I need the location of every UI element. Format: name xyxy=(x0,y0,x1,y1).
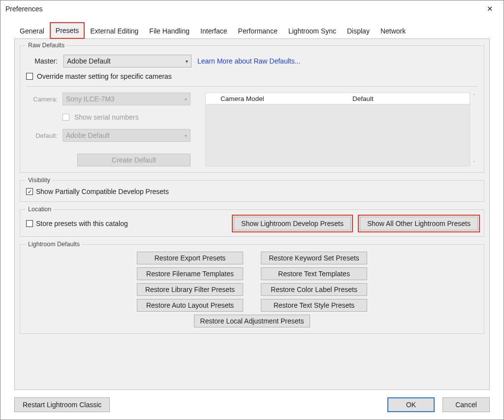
restore-library-filter-presets-button[interactable]: Restore Library Filter Presets xyxy=(137,283,243,296)
location-legend: Location xyxy=(26,206,53,213)
tab-interface[interactable]: Interface xyxy=(195,23,232,39)
show-serial-label: Show serial numbers xyxy=(74,113,139,121)
default-dropdown: Adobe Default ▾ xyxy=(63,129,190,142)
restore-auto-layout-presets-button[interactable]: Restore Auto Layout Presets xyxy=(137,299,243,312)
th-default: Default xyxy=(338,95,470,102)
restore-export-presets-button[interactable]: Restore Export Presets xyxy=(137,252,243,264)
tabs-container: General Presets External Editing File Ha… xyxy=(14,22,490,39)
titlebar: Preferences ✕ xyxy=(0,0,504,17)
table-body xyxy=(205,104,470,166)
close-icon[interactable]: ✕ xyxy=(480,2,500,16)
scroll-down-icon[interactable]: ˅ xyxy=(470,160,478,166)
content-area: General Presets External Editing File Ha… xyxy=(0,17,504,390)
show-other-presets-button[interactable]: Show All Other Lightroom Presets xyxy=(360,217,478,230)
restore-color-label-presets-button[interactable]: Restore Color Label Presets xyxy=(261,283,367,296)
restore-keyword-set-presets-button[interactable]: Restore Keyword Set Presets xyxy=(261,252,367,264)
table-scrollbar[interactable]: ˄ ˅ xyxy=(470,93,478,166)
tab-performance[interactable]: Performance xyxy=(233,23,283,39)
restore-text-templates-button[interactable]: Restore Text Templates xyxy=(261,267,367,280)
visibility-legend: Visibility xyxy=(26,177,52,184)
chevron-down-icon: ▾ xyxy=(185,97,187,102)
override-checkbox[interactable] xyxy=(26,73,33,80)
store-presets-label: Store presets with this catalog xyxy=(36,220,128,227)
chevron-down-icon: ▾ xyxy=(186,59,188,64)
camera-dropdown: Sony ILCE-7M3 ▾ xyxy=(63,93,190,105)
divider xyxy=(26,86,478,87)
visibility-group: Visibility ✓ Show Partially Compatible D… xyxy=(20,177,484,202)
tab-external-editing[interactable]: External Editing xyxy=(85,23,144,39)
lightroom-defaults-group: Lightroom Defaults Restore Export Preset… xyxy=(20,241,484,334)
lightroom-defaults-legend: Lightroom Defaults xyxy=(26,241,82,248)
master-label: Master: xyxy=(26,57,58,65)
ok-button[interactable]: OK xyxy=(387,397,435,412)
tab-file-handling[interactable]: File Handling xyxy=(144,23,195,39)
tab-network[interactable]: Network xyxy=(375,23,411,39)
create-default-button: Create Default xyxy=(77,154,190,166)
override-label: Override master setting for specific cam… xyxy=(37,72,172,80)
learn-more-link[interactable]: Learn More about Raw Defaults... xyxy=(197,57,300,65)
tab-display[interactable]: Display xyxy=(342,23,375,39)
visibility-checkbox[interactable]: ✓ xyxy=(26,188,33,195)
raw-defaults-group: Raw Defaults Master: Adobe Default ▾ Lea… xyxy=(20,42,484,173)
restore-text-style-presets-button[interactable]: Restore Text Style Presets xyxy=(261,299,367,312)
th-camera-model: Camera Model xyxy=(206,95,338,102)
default-value: Adobe Default xyxy=(66,131,110,139)
cancel-button[interactable]: Cancel xyxy=(442,397,490,412)
show-develop-presets-button[interactable]: Show Lightroom Develop Presets xyxy=(234,217,351,230)
default-label: Default: xyxy=(26,132,58,139)
camera-table: Camera Model Default xyxy=(205,93,470,166)
chevron-down-icon: ▾ xyxy=(185,133,187,138)
store-presets-checkbox[interactable] xyxy=(26,220,33,227)
location-group: Location Store presets with this catalog… xyxy=(20,206,484,237)
window-title: Preferences xyxy=(4,5,42,13)
master-value: Adobe Default xyxy=(67,57,111,65)
tab-presets[interactable]: Presets xyxy=(50,22,85,39)
camera-label: Camera: xyxy=(26,96,58,103)
dialog-footer: Restart Lightroom Classic OK Cancel xyxy=(0,390,504,420)
tab-list: General Presets External Editing File Ha… xyxy=(14,22,490,39)
tab-lightroom-sync[interactable]: Lightroom Sync xyxy=(283,23,342,39)
tab-panel: Raw Defaults Master: Adobe Default ▾ Lea… xyxy=(14,38,490,390)
tab-general[interactable]: General xyxy=(14,23,50,39)
scroll-up-icon[interactable]: ˄ xyxy=(470,93,478,99)
restart-button[interactable]: Restart Lightroom Classic xyxy=(14,397,110,412)
restore-local-adjustment-presets-button[interactable]: Restore Local Adjustment Presets xyxy=(194,315,310,327)
master-dropdown[interactable]: Adobe Default ▾ xyxy=(63,55,191,67)
preferences-window: Preferences ✕ General Presets External E… xyxy=(0,0,504,420)
show-serial-checkbox xyxy=(63,114,69,121)
restore-filename-templates-button[interactable]: Restore Filename Templates xyxy=(137,267,243,280)
visibility-label: Show Partially Compatible Develop Preset… xyxy=(36,188,169,195)
camera-value: Sony ILCE-7M3 xyxy=(66,95,115,103)
raw-defaults-legend: Raw Defaults xyxy=(26,42,66,49)
